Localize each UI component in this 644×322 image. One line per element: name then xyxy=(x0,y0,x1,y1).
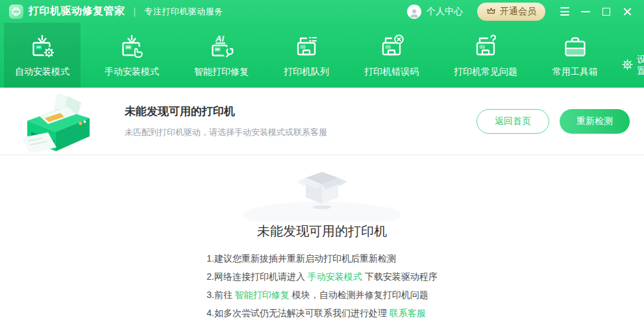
banner-text: 未能发现可用的打印机 未匹配到打印机驱动，请选择手动安装模式或联系客服 xyxy=(125,104,327,138)
tip-link-ai-repair[interactable]: 智能打印修复 xyxy=(235,290,290,300)
empty-box-illustration xyxy=(225,160,419,221)
app-subtitle: 专注打印机驱动服务 xyxy=(144,6,223,18)
user-center-label: 个人中心 xyxy=(427,6,463,18)
title-divider: ｜ xyxy=(130,6,140,18)
tip-link-contact-support[interactable]: 联系客服 xyxy=(390,308,426,318)
tab-label: 打印机错误码 xyxy=(364,66,419,78)
tab-label: 打印机常见问题 xyxy=(454,66,517,78)
tab-label: 自动安装模式 xyxy=(15,66,69,78)
maximize-icon[interactable] xyxy=(596,2,617,21)
settings-button[interactable]: 设置 xyxy=(622,54,644,88)
nav-bar: 自动安装模式 手动安装模式 xyxy=(0,23,644,88)
tab-toolbox[interactable]: 常用工具箱 xyxy=(541,23,609,88)
manual-install-icon xyxy=(118,33,146,62)
tab-printer-queue[interactable]: 打印机队列 xyxy=(273,23,340,88)
tab-printer-faq[interactable]: 打印机常见问题 xyxy=(443,23,528,88)
tab-printer-error[interactable]: 打印机错误码 xyxy=(353,23,430,88)
ai-repair-icon: AI xyxy=(207,33,236,62)
tip-line: 4.如多次尝试仍无法解决可联系我们进行处理 联系客服 xyxy=(206,304,437,322)
settings-label: 设置 xyxy=(637,54,644,77)
tab-label: 智能打印修复 xyxy=(194,66,249,78)
tab-label: 手动安装模式 xyxy=(105,66,159,78)
avatar-icon xyxy=(407,5,421,19)
app-window: 打印机驱动修复管家 ｜ 专注打印机驱动服务 个人中心 开通会员 xyxy=(0,0,644,322)
tip-line: 1.建议您重新拔插并重新启动打印机后重新检测 xyxy=(206,249,437,267)
tip-text: 2.网络连接打印机请进入 xyxy=(206,271,308,282)
retry-detect-button[interactable]: 重新检测 xyxy=(560,109,630,134)
header: 打印机驱动修复管家 ｜ 专注打印机驱动服务 个人中心 开通会员 xyxy=(0,0,644,88)
titlebar: 打印机驱动修复管家 ｜ 专注打印机驱动服务 个人中心 开通会员 xyxy=(0,0,644,23)
tip-text: 4.如多次尝试仍无法解决可联系我们进行处理 xyxy=(206,308,390,318)
printer-illustration xyxy=(18,90,97,154)
tip-text: 1.建议您重新拔插并重新启动打印机后重新检测 xyxy=(206,253,396,264)
printer-queue-icon xyxy=(292,33,321,62)
banner-subtitle: 未匹配到打印机驱动，请选择手动安装模式或联系客服 xyxy=(125,127,327,138)
vip-button[interactable]: 开通会员 xyxy=(477,3,545,21)
empty-state: 未能发现可用的打印机 1.建议您重新拔插并重新启动打印机后重新检测 2.网络连接… xyxy=(0,155,644,322)
tip-link-manual-install[interactable]: 手动安装模式 xyxy=(308,271,362,282)
tip-text: 下载安装驱动程序 xyxy=(362,271,438,282)
tab-ai-repair[interactable]: AI 智能打印修复 xyxy=(183,23,260,88)
printer-faq-icon xyxy=(471,33,500,62)
app-logo-icon xyxy=(9,5,23,19)
window-controls xyxy=(554,2,638,21)
printer-error-icon xyxy=(377,33,406,62)
result-banner: 未能发现可用的打印机 未匹配到打印机驱动，请选择手动安装模式或联系客服 返回首页… xyxy=(0,88,644,155)
user-center-button[interactable]: 个人中心 xyxy=(407,5,463,19)
minimize-icon[interactable] xyxy=(575,2,596,21)
crown-icon xyxy=(486,6,496,17)
auto-install-icon xyxy=(28,33,56,62)
gear-icon xyxy=(622,59,633,72)
app-title: 打印机驱动修复管家 xyxy=(29,5,125,18)
toolbox-icon xyxy=(561,33,589,62)
back-home-button[interactable]: 返回首页 xyxy=(477,109,549,134)
tips-list: 1.建议您重新拔插并重新启动打印机后重新检测 2.网络连接打印机请进入 手动安装… xyxy=(206,249,437,322)
close-icon[interactable] xyxy=(617,2,638,21)
tip-line: 3.前往 智能打印修复 模块，自动检测并修复打印机问题 xyxy=(206,286,437,304)
menu-icon[interactable] xyxy=(554,2,575,21)
banner-title: 未能发现可用的打印机 xyxy=(125,104,327,119)
tab-auto-install[interactable]: 自动安装模式 xyxy=(4,23,80,88)
tip-line: 2.网络连接打印机请进入 手动安装模式 下载安装驱动程序 xyxy=(206,267,437,286)
tab-manual-install[interactable]: 手动安装模式 xyxy=(93,23,170,88)
banner-actions: 返回首页 重新检测 xyxy=(477,109,630,134)
tip-text: 3.前往 xyxy=(206,290,235,300)
svg-text:AI: AI xyxy=(215,34,224,43)
tip-text: 模块，自动检测并修复打印机问题 xyxy=(290,290,428,300)
vip-button-label: 开通会员 xyxy=(500,6,536,18)
empty-state-title: 未能发现可用的打印机 xyxy=(257,223,387,240)
tab-label: 打印机队列 xyxy=(284,66,329,78)
tab-label: 常用工具箱 xyxy=(552,66,598,78)
